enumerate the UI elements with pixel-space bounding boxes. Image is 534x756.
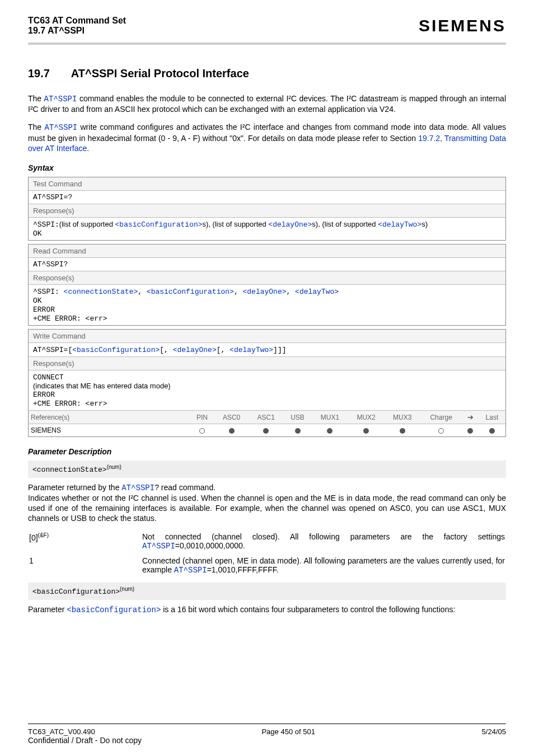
header-left: TC63 AT Command Set 19.7 AT^SSPI (28, 16, 126, 36)
footer-doc-version: TC63_ATC_V00.490 (28, 727, 95, 736)
support-dot-filled (400, 428, 405, 434)
write-command: AT^SSPI=[<basicConfiguration>[, <delayOn… (29, 342, 505, 356)
support-dot-open (438, 428, 444, 434)
read-command-box: Read Command AT^SSPI? Response(s) ^SSPI:… (28, 244, 506, 326)
param-basicconfiguration-desc: Parameter <basicConfiguration> is a 16 b… (28, 604, 506, 615)
intro-paragraph-2: The AT^SSPI write command configures and… (28, 122, 506, 153)
param-link[interactable]: <basicConfiguration> (115, 220, 203, 229)
write-command-label: Write Command (29, 330, 505, 342)
doc-title: TC63 AT Command Set (28, 16, 126, 26)
responses-label: Response(s) (29, 204, 505, 217)
test-command-box: Test Command AT^SSPI=? Response(s) ^SSPI… (28, 177, 506, 241)
syntax-heading: Syntax (28, 163, 506, 172)
value-key: [0](&F) (29, 530, 141, 553)
support-dot-filled (489, 428, 495, 434)
references-label: Reference(s) (29, 410, 190, 424)
read-command-label: Read Command (29, 245, 505, 257)
param-link[interactable]: <basicConfiguration> (147, 288, 234, 296)
section-heading: 19.7 AT^SSPI Serial Protocol Interface (28, 67, 506, 80)
support-dot-filled (467, 428, 473, 434)
support-dot-filled (363, 428, 369, 434)
support-dot-filled (295, 428, 301, 434)
connectionstate-values: [0](&F) Not connected (channel closed). … (28, 529, 506, 578)
support-dot-open (199, 428, 205, 434)
param-link[interactable]: <basicConfiguration> (67, 605, 161, 614)
param-basicconfiguration-header: <basicConfiguration>(num) (28, 583, 506, 599)
header-rule (28, 43, 506, 45)
param-connectionstate-header: <connectionState>(num) (28, 461, 506, 477)
section-ref: 19.7 AT^SSPI (28, 26, 126, 36)
param-link[interactable]: <delayTwo> (378, 220, 421, 229)
value-key: 1 (29, 554, 141, 577)
footer-page-number: Page 450 of 501 (261, 727, 315, 736)
brand-logo: SIEMENS (419, 16, 506, 35)
support-dot-filled (263, 428, 269, 434)
param-link[interactable]: <connectionState> (64, 288, 138, 296)
param-link[interactable]: <delayTwo> (295, 288, 339, 296)
param-link[interactable]: <basicConfiguration> (72, 346, 160, 354)
value-desc: Not connected (channel closed). All foll… (142, 530, 505, 553)
support-dot-filled (229, 428, 235, 434)
test-response: ^SSPI:(list of supported <basicConfigura… (29, 217, 505, 240)
responses-label: Response(s) (29, 356, 505, 370)
section-number: 19.7 (28, 67, 68, 80)
test-command: AT^SSPI=? (29, 190, 505, 204)
parameter-description-heading: Parameter Description (28, 447, 506, 456)
airplane-icon: ➔ (467, 413, 474, 421)
at-sspi-link[interactable]: AT^SSPI (44, 123, 77, 132)
at-sspi-link[interactable]: AT^SSPI (142, 542, 175, 551)
reference-name: SIEMENS (29, 424, 190, 437)
intro-paragraph-1: The AT^SSPI command enables the module t… (28, 93, 506, 114)
read-command: AT^SSPI? (29, 257, 505, 271)
reference-table: Reference(s) PIN ASC0 ASC1 USB MUX1 MUX2… (29, 410, 505, 436)
at-sspi-link[interactable]: AT^SSPI (174, 566, 207, 575)
param-link[interactable]: <delayOne> (242, 288, 286, 296)
param-link[interactable]: <delayOne> (173, 346, 217, 354)
read-response: ^SSPI: <connectionState>, <basicConfigur… (29, 284, 505, 325)
test-command-label: Test Command (29, 177, 505, 190)
at-sspi-link[interactable]: AT^SSPI (44, 95, 77, 104)
section-title: AT^SSPI Serial Protocol Interface (71, 67, 249, 79)
responses-label: Response(s) (29, 271, 505, 284)
support-dot-filled (327, 428, 332, 434)
value-desc: Connected (channel open, ME in data mode… (142, 554, 505, 577)
at-sspi-link[interactable]: AT^SSPI (121, 483, 154, 492)
footer-date: 5/24/05 (482, 727, 506, 736)
param-link[interactable]: <delayOne> (268, 220, 312, 229)
page-footer: TC63_ATC_V00.490 Page 450 of 501 5/24/05… (28, 724, 506, 745)
param-link[interactable]: <delayTwo> (229, 346, 273, 354)
param-connectionstate-desc: Parameter returned by the AT^SSPI? read … (28, 482, 506, 524)
write-command-box: Write Command AT^SSPI=[<basicConfigurati… (28, 329, 506, 437)
page-header: TC63 AT Command Set 19.7 AT^SSPI SIEMENS (28, 16, 506, 40)
write-response: CONNECT (indicates that ME has entered d… (29, 370, 505, 410)
footer-confidentiality: Confidential / Draft - Do not copy (28, 736, 506, 745)
